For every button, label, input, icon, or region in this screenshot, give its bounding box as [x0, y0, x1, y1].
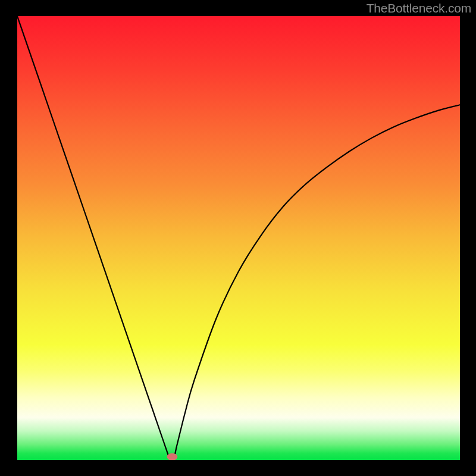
chart-stage: TheBottleneck.com	[0, 0, 476, 476]
watermark-text: TheBottleneck.com	[367, 1, 471, 15]
chart-svg	[17, 16, 460, 460]
plot-frame	[17, 16, 460, 460]
gradient-background	[17, 16, 460, 460]
